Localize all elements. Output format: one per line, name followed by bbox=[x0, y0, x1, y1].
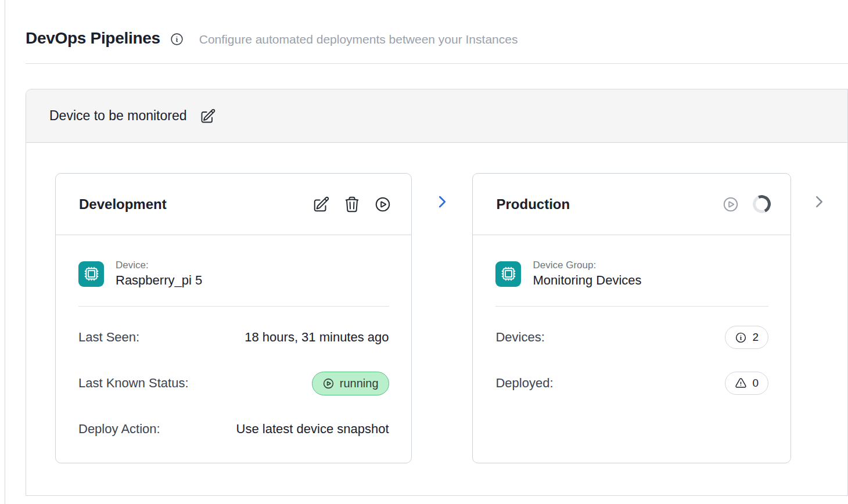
device-group-text: Device Group: Monitoring Devices bbox=[533, 260, 641, 288]
development-card-body: Device: Raspberry_pi 5 Last Seen: 18 hou… bbox=[56, 235, 411, 442]
deployed-row: Deployed: 0 bbox=[495, 370, 768, 397]
warning-triangle-icon bbox=[735, 377, 747, 390]
deployed-count-badge[interactable]: 0 bbox=[725, 372, 768, 395]
deployed-label: Deployed: bbox=[495, 376, 553, 391]
device-label: Device: bbox=[116, 260, 202, 271]
devices-label: Devices: bbox=[495, 330, 544, 345]
card-divider bbox=[78, 306, 389, 307]
trash-icon[interactable] bbox=[343, 196, 361, 213]
status-row: Last Known Status: running bbox=[78, 370, 389, 397]
pipeline-panel: Device to be monitored Development bbox=[26, 89, 848, 496]
cpu-chip-icon bbox=[78, 261, 104, 287]
play-circle-icon bbox=[322, 377, 335, 390]
devops-pipelines-page: DevOps Pipelines Configure automated dep… bbox=[0, 0, 848, 504]
device-name: Raspberry_pi 5 bbox=[116, 273, 202, 288]
page-title: DevOps Pipelines bbox=[26, 29, 160, 48]
panel-header: Device to be monitored bbox=[26, 89, 847, 143]
panel-body: Development bbox=[26, 143, 847, 463]
production-card-actions bbox=[722, 195, 771, 213]
production-card-title: Production bbox=[496, 196, 570, 213]
last-seen-value: 18 hours, 31 minutes ago bbox=[245, 330, 389, 345]
status-label: Last Known Status: bbox=[78, 376, 189, 391]
chevron-right-icon bbox=[434, 194, 450, 210]
page-header: DevOps Pipelines Configure automated dep… bbox=[0, 0, 848, 48]
content-left-divider bbox=[5, 0, 5, 504]
production-card-header: Production bbox=[473, 174, 790, 235]
devices-row: Devices: 2 bbox=[495, 324, 768, 351]
device-group-label: Device Group: bbox=[533, 260, 641, 271]
deploy-action-row: Deploy Action: Use latest device snapsho… bbox=[78, 416, 389, 442]
header-divider bbox=[26, 63, 848, 64]
next-stage-arrow[interactable] bbox=[791, 194, 847, 210]
info-icon bbox=[735, 332, 747, 344]
deployed-count: 0 bbox=[752, 377, 759, 390]
production-card: Production bbox=[472, 173, 791, 463]
edit-icon[interactable] bbox=[312, 196, 330, 213]
device-group-info: Device Group: Monitoring Devices bbox=[495, 260, 768, 288]
device-text: Device: Raspberry_pi 5 bbox=[116, 260, 202, 288]
development-card: Development bbox=[55, 173, 412, 463]
development-details: Last Seen: 18 hours, 31 minutes ago Last… bbox=[78, 324, 389, 442]
pipeline-flow-arrow bbox=[412, 194, 473, 210]
development-card-header: Development bbox=[56, 174, 411, 235]
play-circle-icon[interactable] bbox=[722, 196, 739, 213]
devices-count: 2 bbox=[752, 331, 759, 344]
chevron-right-icon bbox=[811, 194, 827, 210]
device-info: Device: Raspberry_pi 5 bbox=[78, 260, 389, 288]
production-card-body: Device Group: Monitoring Devices Devices… bbox=[473, 235, 790, 397]
card-divider bbox=[495, 306, 768, 307]
deploy-action-label: Deploy Action: bbox=[78, 422, 160, 437]
status-badge: running bbox=[312, 372, 389, 395]
info-icon[interactable] bbox=[170, 32, 184, 46]
status-badge-label: running bbox=[340, 377, 379, 390]
deploy-action-value: Use latest device snapshot bbox=[236, 422, 389, 437]
devices-count-badge[interactable]: 2 bbox=[725, 326, 768, 349]
page-subtitle: Configure automated deployments between … bbox=[199, 33, 518, 46]
development-card-title: Development bbox=[79, 196, 167, 213]
panel-title: Device to be monitored bbox=[49, 108, 187, 124]
play-circle-icon[interactable] bbox=[374, 196, 391, 213]
device-group-name: Monitoring Devices bbox=[533, 273, 641, 288]
development-card-actions bbox=[312, 196, 391, 213]
cpu-chip-icon bbox=[495, 261, 521, 287]
edit-icon[interactable] bbox=[200, 108, 216, 124]
loading-spinner-icon bbox=[750, 193, 774, 216]
production-details: Devices: 2 Deployed: bbox=[495, 324, 768, 397]
last-seen-row: Last Seen: 18 hours, 31 minutes ago bbox=[78, 324, 389, 351]
last-seen-label: Last Seen: bbox=[78, 330, 139, 345]
